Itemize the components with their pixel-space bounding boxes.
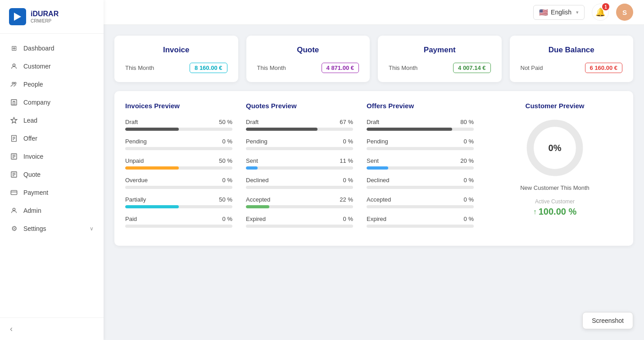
quote-icon (10, 170, 18, 179)
admin-icon (10, 207, 18, 215)
due-balance-card: Due Balance Not Paid 6 160.00 € (510, 36, 634, 82)
customer-preview-title: Customer Preview (526, 102, 585, 110)
sidebar-item-people[interactable]: People (0, 75, 104, 93)
logo-flag-icon (14, 13, 21, 21)
due-balance-card-value: 6 160.00 € (585, 63, 622, 73)
sidebar-item-label: Company (23, 99, 94, 106)
people-icon (10, 80, 18, 88)
sidebar-logo: iDURAR CRM/ERP (0, 0, 104, 34)
payment-card: Payment This Month 4 007.14 € (378, 36, 502, 82)
offer-draft-item: Draft80 % (367, 119, 474, 131)
quote-card-row: This Month 4 871.00 € (257, 63, 359, 73)
payment-card-label: This Month (389, 64, 417, 71)
invoice-overdue-item: Overdue0 % (125, 177, 232, 189)
active-customer-label: Active Customer (535, 198, 575, 205)
sidebar-item-label: Dashboard (23, 45, 94, 52)
sidebar-item-invoice[interactable]: Invoice (0, 147, 104, 165)
main-area: 🇺🇸 English ▾ 🔔 1 S Invoice This Month 8 … (104, 0, 644, 340)
summary-cards-row: Invoice This Month 8 160.00 € Quote This… (114, 36, 633, 82)
offer-accepted-item: Accepted0 % (367, 196, 474, 208)
quote-card: Quote This Month 4 871.00 € (246, 36, 370, 82)
sidebar-item-label: Customer (23, 63, 94, 70)
sidebar-item-label: Settings (23, 225, 84, 232)
offer-pending-item: Pending0 % (367, 138, 474, 150)
invoice-partially-item: Partially50 % (125, 196, 232, 208)
content-area: Invoice This Month 8 160.00 € Quote This… (104, 25, 644, 340)
offers-preview-col: Offers Preview Draft80 % Pending0 % Sent… (367, 102, 474, 235)
due-balance-card-label: Not Paid (521, 64, 543, 71)
invoice-card-row: This Month 8 160.00 € (125, 63, 227, 73)
quote-card-title: Quote (257, 46, 359, 55)
sidebar-item-label: Admin (23, 207, 94, 214)
active-customer-value: ↑ 100.00 % (533, 207, 577, 217)
up-arrow-icon: ↑ (533, 208, 537, 216)
donut-label: 0% (549, 143, 562, 153)
sidebar-item-settings[interactable]: ⚙ Settings ∨ (0, 220, 104, 238)
svg-point-19 (13, 208, 15, 211)
avatar[interactable]: S (616, 4, 633, 21)
quote-accepted-item: Accepted22 % (246, 196, 353, 208)
sidebar-item-company[interactable]: Company (0, 93, 104, 111)
payment-card-value: 4 007.14 € (453, 63, 490, 73)
offer-expired-item: Expired0 % (367, 216, 474, 228)
sidebar-item-dashboard[interactable]: ⊞ Dashboard (0, 39, 104, 57)
lead-icon (10, 116, 18, 124)
sidebar: iDURAR CRM/ERP ⊞ Dashboard Customer Peop… (0, 0, 104, 340)
sidebar-item-label: Payment (23, 189, 94, 196)
donut-chart: 0% (526, 119, 584, 177)
invoice-unpaid-item: Unpaid50 % (125, 157, 232, 170)
chevron-down-icon: ∨ (90, 225, 94, 232)
invoices-preview-title: Invoices Preview (125, 102, 232, 110)
language-selector[interactable]: 🇺🇸 English ▾ (533, 5, 585, 20)
preview-section: Invoices Preview Draft50 % Pending0 % Un… (114, 91, 633, 246)
logo-icon (9, 8, 26, 25)
svg-point-0 (13, 64, 15, 66)
sidebar-collapse-button[interactable]: ‹ (0, 317, 104, 340)
quote-pending-item: Pending0 % (246, 138, 353, 150)
invoice-draft-item: Draft50 % (125, 119, 232, 131)
quotes-preview-col: Quotes Preview Draft67 % Pending0 % Sent… (246, 102, 353, 235)
dashboard-icon: ⊞ (10, 44, 18, 52)
quote-sent-item: Sent11 % (246, 157, 353, 170)
sidebar-item-admin[interactable]: Admin (0, 202, 104, 220)
nav-list: ⊞ Dashboard Customer People Company Le (0, 34, 104, 317)
screenshot-button[interactable]: Screenshot (582, 312, 633, 329)
payment-icon (10, 188, 18, 197)
invoice-pending-item: Pending0 % (125, 138, 232, 150)
chevron-down-icon: ▾ (576, 9, 579, 15)
sidebar-item-customer[interactable]: Customer (0, 57, 104, 75)
flag-icon: 🇺🇸 (539, 8, 548, 17)
invoice-card: Invoice This Month 8 160.00 € (114, 36, 238, 82)
quotes-preview-title: Quotes Preview (246, 102, 353, 110)
notifications-button[interactable]: 🔔 1 (592, 4, 609, 21)
language-label: English (551, 9, 571, 16)
sidebar-item-payment[interactable]: Payment (0, 184, 104, 202)
due-balance-card-row: Not Paid 6 160.00 € (521, 63, 623, 73)
svg-rect-3 (11, 100, 17, 105)
sidebar-item-lead[interactable]: Lead (0, 111, 104, 129)
svg-point-2 (14, 82, 16, 84)
svg-rect-17 (11, 190, 17, 194)
payment-card-row: This Month 4 007.14 € (389, 63, 491, 73)
notification-badge: 1 (602, 3, 609, 10)
invoice-card-value: 8 160.00 € (190, 63, 227, 73)
quote-card-value: 4 871.00 € (322, 63, 359, 73)
due-balance-card-title: Due Balance (521, 46, 623, 55)
invoice-icon (10, 152, 18, 161)
offers-preview-title: Offers Preview (367, 102, 474, 110)
invoice-card-title: Invoice (125, 46, 227, 55)
new-customer-label: New Customer This Month (520, 184, 590, 191)
svg-marker-4 (11, 117, 17, 123)
sidebar-item-offer[interactable]: Offer (0, 129, 104, 147)
logo-sub: CRM/ERP (31, 18, 59, 24)
quote-declined-item: Declined0 % (246, 177, 353, 189)
offer-icon (10, 134, 18, 142)
sidebar-item-quote[interactable]: Quote (0, 165, 104, 184)
offer-sent-item: Sent20 % (367, 157, 474, 170)
sidebar-item-label: Quote (23, 171, 94, 178)
collapse-icon: ‹ (10, 324, 13, 334)
quote-expired-item: Expired0 % (246, 216, 353, 228)
invoices-preview-col: Invoices Preview Draft50 % Pending0 % Un… (125, 102, 232, 235)
logo-text: iDURAR CRM/ERP (31, 9, 59, 23)
quote-draft-item: Draft67 % (246, 119, 353, 131)
